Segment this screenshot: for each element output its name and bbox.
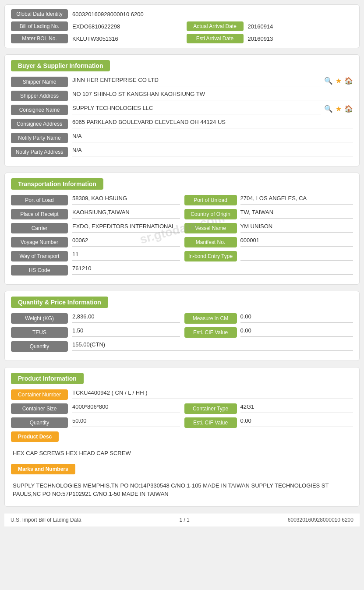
- marks-and-numbers-label-row: Marks and Numbers: [11, 464, 353, 477]
- container-type-label: Container Type: [184, 403, 237, 414]
- esti-cif-value-value: 0.00: [240, 327, 353, 337]
- transportation-header: Transportation Information: [11, 178, 353, 195]
- shipper-address-row: Shipper Address NO 107 SHIN-LO ST KANGSH…: [11, 91, 353, 101]
- voyage-number-value: 00062: [72, 237, 180, 247]
- consignee-name-value: SUPPLY TECHNOLOGIES LLC: [72, 105, 321, 114]
- container-type-value: 42G1: [240, 403, 353, 413]
- product-title: Product Information: [11, 373, 84, 384]
- esti-arrival-date-value: 20160913: [248, 35, 353, 42]
- bill-of-lading-row: Bill of Lading No. EXDO6810622298 Actual…: [11, 21, 353, 31]
- quantity-price-title: Quantity & Price Information: [11, 297, 108, 308]
- product-header: Product Information: [11, 373, 353, 389]
- consignee-address-label: Consignee Address: [11, 119, 68, 129]
- search-icon[interactable]: 🔍: [324, 105, 333, 113]
- footer-center: 1 / 1: [179, 517, 189, 523]
- teus-col: TEUS 1.50: [11, 327, 180, 338]
- product-quantity-col: Quantity 50.00: [11, 417, 180, 428]
- footer: U.S. Import Bill of Lading Data 1 / 1 60…: [4, 513, 360, 526]
- global-data-identity-row: Global Data Identity 600320160928000010 …: [11, 9, 353, 19]
- actual-arrival-date-label: Actual Arrival Date: [187, 21, 244, 31]
- country-of-origin-col: Country of Origin TW, TAIWAN: [184, 209, 353, 219]
- search-icon[interactable]: 🔍: [324, 77, 333, 85]
- identity-card: Global Data Identity 600320160928000010 …: [4, 4, 360, 48]
- measure-in-cm-value: 0.00: [240, 313, 353, 323]
- manifest-no-col: Manifest No. 000001: [184, 237, 353, 247]
- vessel-name-col: Vessel Name YM UNISON: [184, 223, 353, 233]
- carrier-value: EXDO, EXPEDITORS INTERNATIONAL: [72, 223, 180, 233]
- port-of-load-label: Port of Load: [11, 195, 68, 205]
- country-of-origin-label: Country of Origin: [184, 209, 237, 219]
- transport-inbond-row: Way of Transport 11 In-bond Entry Type: [11, 251, 353, 261]
- in-bond-entry-value: [240, 251, 353, 261]
- measure-col: Measure in CM 0.00: [184, 313, 353, 324]
- in-bond-entry-col: In-bond Entry Type: [184, 251, 353, 261]
- container-size-value: 4000*806*800: [72, 403, 180, 413]
- quantity-price-header: Quantity & Price Information: [11, 297, 353, 313]
- quantity-price-card: Quantity & Price Information Weight (KG)…: [4, 291, 360, 361]
- product-desc-label-row: Product Desc: [11, 431, 353, 445]
- product-esti-cif-label: Esti. CIF Value: [184, 417, 237, 428]
- notify-party-name-value: N/A: [72, 133, 353, 142]
- quantity-label: Quantity: [11, 341, 68, 352]
- receipt-origin-row: Place of Receipt KAOHSIUNG,TAIWAN Countr…: [11, 209, 353, 219]
- container-type-col: Container Type 42G1: [184, 403, 353, 414]
- quantity-value: 155.00(CTN): [72, 341, 353, 351]
- notify-party-address-label: Notify Party Address: [11, 147, 68, 157]
- teus-value: 1.50: [72, 327, 180, 337]
- product-desc-text: HEX CAP SCREWS HEX HEAD CAP SCREW: [11, 446, 353, 460]
- product-esti-cif-value: 0.00: [240, 417, 353, 427]
- mater-bol-row: Mater BOL No. KKLUTW3051316 Esti Arrival…: [11, 34, 353, 43]
- consignee-address-row: Consignee Address 6065 PARKLAND BOULEVAR…: [11, 119, 353, 129]
- home-icon[interactable]: 🏠: [344, 77, 353, 85]
- product-quantity-value: 50.00: [72, 417, 180, 427]
- page: Global Data Identity 600320160928000010 …: [0, 0, 364, 531]
- notify-party-address-row: Notify Party Address N/A: [11, 147, 353, 157]
- weight-kg-value: 2,836.00: [72, 313, 180, 323]
- weight-measure-row: Weight (KG) 2,836.00 Measure in CM 0.00: [11, 313, 353, 324]
- teus-cif-row: TEUS 1.50 Esti. CIF Value 0.00: [11, 327, 353, 338]
- carrier-label: Carrier: [11, 223, 68, 233]
- in-bond-entry-label: In-bond Entry Type: [184, 251, 237, 261]
- mater-bol-label: Mater BOL No.: [11, 34, 68, 43]
- star-icon[interactable]: ★: [336, 105, 342, 113]
- esti-cif-col: Esti. CIF Value 0.00: [184, 327, 353, 338]
- buyer-supplier-title: Buyer & Supplier Information: [11, 60, 110, 71]
- notify-party-address-value: N/A: [72, 147, 353, 156]
- port-row: Port of Load 58309, KAO HSIUNG Port of U…: [11, 195, 353, 205]
- teus-label: TEUS: [11, 327, 68, 338]
- star-icon[interactable]: ★: [336, 77, 342, 85]
- quantity-row: Quantity 155.00(CTN): [11, 341, 353, 352]
- product-quantity-cif-row: Quantity 50.00 Esti. CIF Value 0.00: [11, 417, 353, 428]
- voyage-number-col: Voyage Number 00062: [11, 237, 180, 247]
- carrier-col: Carrier EXDO, EXPEDITORS INTERNATIONAL: [11, 223, 180, 233]
- way-of-transport-label: Way of Transport: [11, 251, 68, 261]
- country-of-origin-value: TW, TAIWAN: [240, 209, 353, 219]
- carrier-vessel-row: Carrier EXDO, EXPEDITORS INTERNATIONAL V…: [11, 223, 353, 233]
- place-of-receipt-label: Place of Receipt: [11, 209, 68, 219]
- hs-code-row: HS Code 761210: [11, 265, 353, 276]
- marks-and-numbers-label: Marks and Numbers: [11, 464, 75, 474]
- port-of-unload-col: Port of Unload 2704, LOS ANGELES, CA: [184, 195, 353, 205]
- product-quantity-label: Quantity: [11, 417, 68, 428]
- bill-of-lading-label: Bill of Lading No.: [11, 21, 68, 31]
- esti-arrival-date-label: Esti Arrival Date: [187, 34, 244, 43]
- container-size-label: Container Size: [11, 403, 68, 414]
- voyage-manifest-row: Voyage Number 00062 Manifest No. 000001: [11, 237, 353, 247]
- way-of-transport-col: Way of Transport 11: [11, 251, 180, 261]
- actual-arrival-date-value: 20160914: [248, 23, 353, 30]
- buyer-supplier-card: Buyer & Supplier Information Shipper Nam…: [4, 54, 360, 166]
- home-icon[interactable]: 🏠: [344, 105, 353, 113]
- consignee-name-label: Consignee Name: [11, 105, 68, 115]
- global-data-identity-value: 600320160928000010 6200: [72, 11, 353, 18]
- container-size-col: Container Size 4000*806*800: [11, 403, 180, 414]
- transportation-title: Transportation Information: [11, 178, 103, 190]
- consignee-address-value: 6065 PARKLAND BOULEVARD CLEVELAND OH 441…: [72, 119, 353, 128]
- consignee-name-row: Consignee Name SUPPLY TECHNOLOGIES LLC 🔍…: [11, 105, 353, 115]
- shipper-name-row: Shipper Name JINN HER ENTERPRISE CO LTD …: [11, 77, 353, 87]
- port-of-unload-value: 2704, LOS ANGELES, CA: [240, 195, 353, 205]
- notify-party-name-label: Notify Party Name: [11, 133, 68, 143]
- footer-left: U.S. Import Bill of Lading Data: [11, 517, 81, 523]
- port-of-unload-label: Port of Unload: [184, 195, 237, 205]
- notify-party-name-row: Notify Party Name N/A: [11, 133, 353, 143]
- manifest-no-label: Manifest No.: [184, 237, 237, 247]
